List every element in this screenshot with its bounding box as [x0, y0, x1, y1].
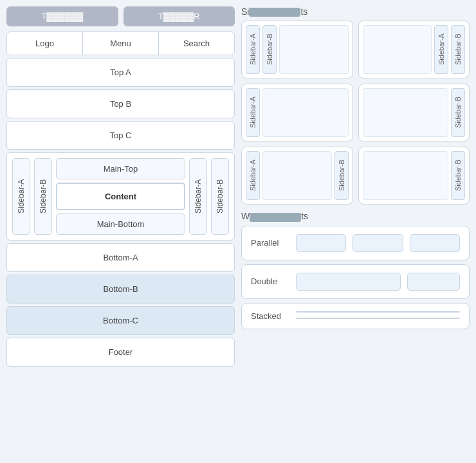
nav-menu[interactable]: Menu: [83, 32, 159, 55]
main-content[interactable]: Content: [56, 183, 185, 210]
widget-section: Wts Parallel Double Stacked: [241, 211, 470, 329]
section-bottom-c[interactable]: Bottom-C: [6, 306, 235, 335]
layout-2-sidebar-a: Sidebar-A: [434, 25, 448, 74]
layout-box-6[interactable]: Sidebar-B: [358, 147, 470, 204]
layout-1-sidebar-b: Sidebar-B: [262, 25, 277, 74]
nav-row: Logo Menu Search: [6, 32, 235, 55]
widget-double-row[interactable]: Double: [241, 264, 470, 299]
layout-box-2[interactable]: Sidebar-A Sidebar-B: [358, 21, 470, 78]
tab-1[interactable]: T▓▓▓▓▓▓: [6, 6, 118, 26]
layout-2-main: [363, 25, 432, 74]
layout-3-main: [262, 88, 349, 137]
layout-4-main: [363, 88, 449, 137]
sidebar-left-a[interactable]: Sidebar-A: [12, 158, 30, 235]
left-panel: T▓▓▓▓▓▓ T▓▓▓▓▓R Logo Menu Search Top A T…: [6, 6, 235, 457]
main-column: Main-Top Content Main-Bottom: [56, 158, 185, 235]
layout-1-sidebar-a: Sidebar-A: [246, 25, 260, 74]
widget-parallel-row[interactable]: Parallel: [241, 226, 470, 260]
tab-2[interactable]: T▓▓▓▓▓R: [124, 6, 235, 26]
widget-section-title: Wts: [241, 211, 470, 221]
layout-box-5[interactable]: Sidebar-A Sidebar-B: [241, 147, 353, 204]
main-bottom[interactable]: Main-Bottom: [56, 213, 185, 235]
layout-box-3[interactable]: Sidebar-A: [241, 84, 353, 141]
layout-5-sidebar-b: Sidebar-B: [334, 151, 349, 200]
layout-2-sidebar-b: Sidebar-B: [451, 25, 465, 74]
layout-4-sidebar-b: Sidebar-B: [451, 88, 465, 137]
widget-parallel-box-2: [352, 234, 403, 252]
widget-parallel-label: Parallel: [251, 238, 289, 248]
sidebar-left-b[interactable]: Sidebar-B: [34, 158, 52, 235]
nav-search[interactable]: Search: [159, 32, 234, 55]
sidebar-section: Sits Sidebar-A Sidebar-B Sidebar-A Sideb…: [241, 6, 470, 204]
layout-5-main: [262, 151, 332, 200]
widget-stacked-box-1: [296, 311, 460, 313]
layout-box-1[interactable]: Sidebar-A Sidebar-B: [241, 21, 353, 78]
widget-parallel-box-3: [410, 234, 460, 252]
layout-3-sidebar-a: Sidebar-A: [246, 88, 260, 137]
sidebar-right-b[interactable]: Sidebar-B: [211, 158, 229, 235]
widget-stacked-row[interactable]: Stacked: [241, 303, 470, 329]
section-bottom-a[interactable]: Bottom-A: [6, 243, 235, 272]
widget-stacked-boxes: [296, 311, 460, 319]
section-bottom-b[interactable]: Bottom-B: [6, 275, 235, 304]
main-top[interactable]: Main-Top: [56, 158, 185, 179]
layout-5-sidebar-a: Sidebar-A: [246, 151, 260, 200]
widget-double-box-2: [407, 273, 460, 291]
sidebar-layouts-grid: Sidebar-A Sidebar-B Sidebar-A Sidebar-B …: [241, 21, 470, 204]
widget-double-label: Double: [251, 277, 289, 286]
layout-box-4[interactable]: Sidebar-B: [358, 84, 470, 141]
content-block: Sidebar-A Sidebar-B Main-Top Content Mai…: [6, 152, 235, 241]
widget-double-box-1: [296, 273, 401, 291]
title-blur-1: [249, 8, 300, 17]
tab-row: T▓▓▓▓▓▓ T▓▓▓▓▓R: [6, 6, 235, 26]
layout-6-main: [363, 151, 449, 200]
nav-logo[interactable]: Logo: [7, 32, 83, 55]
widget-parallel-box-1: [296, 234, 346, 252]
layout-1-main: [279, 25, 349, 74]
section-footer[interactable]: Footer: [6, 338, 235, 367]
widget-stacked-label: Stacked: [251, 311, 289, 321]
layout-6-sidebar-b: Sidebar-B: [451, 151, 465, 200]
widget-stacked-box-2: [296, 318, 460, 319]
right-panel: Sits Sidebar-A Sidebar-B Sidebar-A Sideb…: [241, 6, 470, 457]
title-blur-2: [250, 213, 301, 222]
section-top-b[interactable]: Top B: [6, 89, 235, 118]
section-top-c[interactable]: Top C: [6, 121, 235, 150]
sidebar-right-a[interactable]: Sidebar-A: [189, 158, 207, 235]
sidebar-section-title: Sits: [241, 6, 470, 17]
section-top-a[interactable]: Top A: [6, 58, 235, 87]
